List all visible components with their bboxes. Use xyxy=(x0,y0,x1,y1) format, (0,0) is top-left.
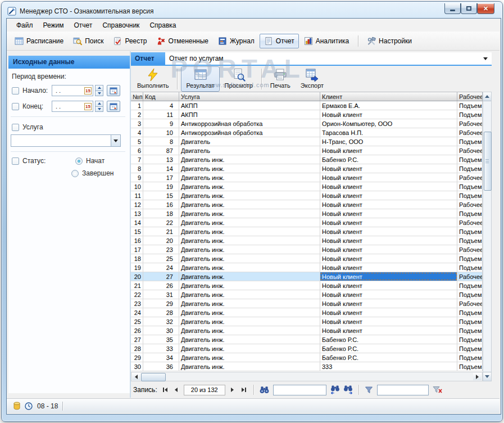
cell-Клиент[interactable]: Новый клиент xyxy=(320,200,457,209)
status-finished-radio[interactable] xyxy=(71,170,79,177)
cell-Рабочее[interactable]: Рабочее xyxy=(457,119,483,128)
cell-Услуга[interactable]: Двигатель инж. xyxy=(179,173,320,182)
cell-Код[interactable]: 27 xyxy=(143,272,179,281)
cell-№пп[interactable]: 23 xyxy=(131,299,143,308)
cell-Код[interactable]: 31 xyxy=(143,290,179,299)
cell-Клиент[interactable]: Новый клиент xyxy=(320,236,457,245)
cell-Рабочее[interactable]: Рабочее xyxy=(457,146,483,155)
find-button[interactable] xyxy=(260,386,269,394)
cell-Клиент[interactable]: Новый клиент xyxy=(320,281,457,290)
cell-Услуга[interactable]: Двигатель инж. xyxy=(179,254,320,263)
table-row[interactable]: 687ДвигательНовый клиентРабочее xyxy=(131,146,483,155)
cell-Код[interactable]: 13 xyxy=(143,155,179,164)
cell-Клиент[interactable]: Новый клиент xyxy=(320,173,457,182)
cell-Рабочее[interactable]: Подъем xyxy=(457,155,483,164)
table-row[interactable]: 2126Двигатель инж.Новый клиентПодъем xyxy=(131,281,483,290)
cell-Услуга[interactable]: Двигатель xyxy=(179,146,320,155)
calendar-15-icon[interactable]: 15 xyxy=(84,103,92,110)
cell-Клиент[interactable]: Бабенко Р.С. xyxy=(320,344,457,353)
cell-Клиент[interactable]: Новый клиент xyxy=(320,308,457,317)
maximize-button[interactable] xyxy=(461,3,477,14)
cell-Услуга[interactable]: Двигатель инж. xyxy=(179,335,320,344)
table-row[interactable]: 2833Двигатель инж.Бабенко Р.С.Подъем xyxy=(131,344,483,353)
cell-Клиент[interactable]: Новый клиент xyxy=(320,299,457,308)
cell-Услуга[interactable]: Двигатель инж. xyxy=(179,236,320,245)
table-row[interactable]: 2735Двигатель инж.Бабенко Р.С.Подъем xyxy=(131,335,483,344)
cell-Рабочее[interactable]: Подъем xyxy=(457,209,483,218)
cell-Код[interactable]: 23 xyxy=(143,245,179,254)
scroll-down-button[interactable] xyxy=(483,372,491,381)
cell-Клиент[interactable]: Новый клиент xyxy=(320,182,457,191)
cell-Клиент[interactable]: Бабенко Р.С. xyxy=(320,335,457,344)
status-checkbox[interactable] xyxy=(12,158,19,165)
clear-filter-button[interactable] xyxy=(433,386,443,394)
title-bar[interactable]: Менеджер СТО - Ознакомительная версия xyxy=(7,5,435,17)
cell-№пп[interactable]: 25 xyxy=(131,317,143,326)
cell-Услуга[interactable]: Двигатель инж. xyxy=(179,353,320,362)
cell-№пп[interactable]: 22 xyxy=(131,290,143,299)
filter-input[interactable] xyxy=(377,385,429,395)
cell-№пп[interactable]: 4 xyxy=(131,128,143,137)
cell-Рабочее[interactable]: Подъем xyxy=(457,191,483,200)
cell-Услуга[interactable]: Двигатель инж. xyxy=(179,155,320,164)
cell-№пп[interactable]: 18 xyxy=(131,254,143,263)
cell-Услуга[interactable]: Двигатель инж. xyxy=(179,308,320,317)
table-row[interactable]: 1521Двигатель инж.Новый клиентПодъем xyxy=(131,227,483,236)
cell-Услуга[interactable]: Двигатель инж. xyxy=(179,227,320,236)
vertical-scrollbar[interactable] xyxy=(483,92,492,381)
cell-Клиент[interactable]: Новый клиент xyxy=(320,191,457,200)
close-button[interactable]: ✕ xyxy=(477,3,494,14)
table-row[interactable]: 410Антикоррозийная обработкаТарасова Н.П… xyxy=(131,128,483,137)
cell-Рабочее[interactable]: Подъем xyxy=(457,353,483,362)
cell-№пп[interactable]: 29 xyxy=(131,353,143,362)
toolbar-settings-button[interactable]: Настройки xyxy=(362,34,416,48)
cell-№пп[interactable]: 5 xyxy=(131,137,143,146)
cell-№пп[interactable]: 13 xyxy=(131,209,143,218)
cell-Рабочее[interactable]: Рабочее xyxy=(457,218,483,227)
cell-№пп[interactable]: 12 xyxy=(131,200,143,209)
menu-mode[interactable]: Режим xyxy=(38,20,69,31)
start-checkbox[interactable] xyxy=(12,87,19,94)
cell-Код[interactable]: 10 xyxy=(143,128,179,137)
service-combobox[interactable] xyxy=(11,134,121,147)
cell-Код[interactable]: 34 xyxy=(143,353,179,362)
search-input[interactable] xyxy=(273,385,326,395)
table-row[interactable]: 211АКППНовый клиентПодъем xyxy=(131,110,483,119)
execute-button[interactable]: Выполнить xyxy=(132,66,174,92)
find-next-button[interactable] xyxy=(343,385,353,394)
column-header[interactable]: Код xyxy=(143,92,179,101)
cell-№пп[interactable]: 14 xyxy=(131,218,143,227)
cell-Рабочее[interactable]: Подъем xyxy=(457,101,483,110)
table-row[interactable]: 1422Двигатель инж.Новый клиентРабочее xyxy=(131,218,483,227)
menu-help[interactable]: Справка xyxy=(144,20,181,31)
toolbar-schedule-button[interactable]: Расписание xyxy=(10,34,68,48)
toolbar-search-button[interactable]: Поиск xyxy=(69,34,108,48)
cell-Код[interactable]: 8 xyxy=(143,137,179,146)
cell-Рабочее[interactable]: Рабочее xyxy=(457,173,483,182)
table-row[interactable]: 2428Двигатель инж.Новый клиентПодъем xyxy=(131,308,483,317)
start-date-input[interactable]: . . 15 xyxy=(52,85,93,96)
horizontal-scrollbar[interactable] xyxy=(131,372,483,381)
table-row[interactable]: 39Антикоррозийная обработкаОрион-Компьют… xyxy=(131,119,483,128)
cell-Услуга[interactable]: Двигатель инж. xyxy=(179,191,320,200)
next-record-button[interactable] xyxy=(227,385,238,395)
table-row[interactable]: 2630Двигатель инж.Новый клиентПодъем xyxy=(131,326,483,335)
end-date-input[interactable]: . . 15 xyxy=(52,101,93,112)
toolbar-analytics-button[interactable]: Аналитика xyxy=(299,34,353,48)
cell-Код[interactable]: 9 xyxy=(143,119,179,128)
cell-№пп[interactable]: 3 xyxy=(131,119,143,128)
cell-Клиент[interactable]: Новый клиент xyxy=(320,263,457,272)
table-row[interactable]: 1115Двигатель инж.Новый клиентПодъем xyxy=(131,191,483,200)
result-button[interactable]: Результат xyxy=(181,66,219,92)
cell-№пп[interactable]: 20 xyxy=(131,272,143,281)
toolbar-cancelled-button[interactable]: Отмененные xyxy=(152,34,213,48)
scroll-left-button[interactable] xyxy=(132,373,140,380)
table-row[interactable]: 1019Двигатель инж.Новый клиентПодъем xyxy=(131,182,483,191)
cell-Код[interactable]: 29 xyxy=(143,299,179,308)
table-row[interactable]: 1216Двигатель инж.Новый клиентРабочее xyxy=(131,200,483,209)
cell-Код[interactable]: 18 xyxy=(143,209,179,218)
table-row[interactable]: 1620Двигатель инж.Новый клиентПодъем xyxy=(131,236,483,245)
end-checkbox[interactable] xyxy=(12,103,19,110)
cell-Услуга[interactable]: Двигатель инж. xyxy=(179,272,320,281)
cell-№пп[interactable]: 27 xyxy=(131,335,143,344)
